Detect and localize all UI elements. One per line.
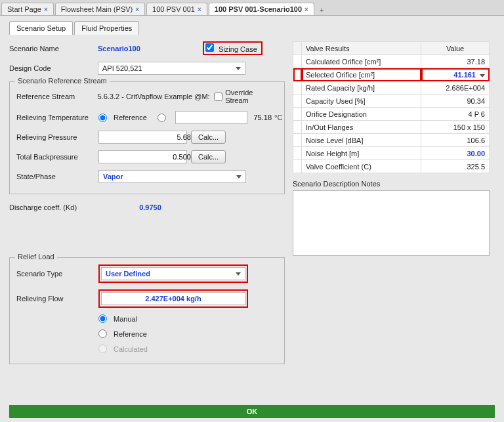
notes-textarea[interactable] bbox=[293, 190, 490, 256]
ok-status-bar[interactable]: OK bbox=[9, 405, 495, 418]
table-row[interactable]: Orifice Designation4 P 6 bbox=[293, 108, 490, 121]
result-value: 37.18 bbox=[421, 55, 490, 68]
close-icon[interactable]: × bbox=[135, 6, 139, 13]
result-value: 90.34 bbox=[421, 95, 490, 108]
doc-tab-scenario100[interactable]: 100 PSV 001-Scenario100 × bbox=[209, 3, 314, 15]
relief-load-group: Relief Load Scenario Type User Defined R… bbox=[9, 257, 285, 364]
doc-tab-label: 100 PSV 001 bbox=[152, 5, 195, 13]
sub-tab-bar: Scenario Setup Fluid Properties bbox=[9, 21, 504, 35]
sizing-case-label: Sizing Case bbox=[219, 45, 257, 53]
state-phase-dropdown[interactable]: Vapor bbox=[98, 170, 246, 183]
design-code-dropdown[interactable]: API 520,521 bbox=[98, 62, 245, 75]
add-tab-button[interactable]: + bbox=[316, 5, 327, 15]
result-value: 4 P 6 bbox=[421, 108, 490, 121]
scenario-type-value: User Defined bbox=[106, 270, 150, 278]
reference-stream-value[interactable]: 5.6.3.2 - CritVapflow Example @M: bbox=[97, 93, 214, 100]
chevron-down-icon bbox=[236, 272, 241, 276]
calculated-radio-label: Calculated bbox=[114, 345, 148, 353]
flow-mode-manual-radio[interactable] bbox=[98, 314, 107, 323]
label-reference-stream: Reference Stream bbox=[16, 93, 97, 100]
doc-tab-label: Start Page bbox=[7, 5, 41, 13]
result-name: Noise Height [m] bbox=[302, 147, 421, 160]
tab-fluid-properties[interactable]: Fluid Properties bbox=[74, 21, 139, 35]
table-row[interactable]: In/Out Flanges150 x 150 bbox=[293, 121, 490, 134]
label-relieving-pressure: Relieving Pressure bbox=[16, 133, 98, 141]
flow-mode-calculated-radio bbox=[98, 345, 107, 353]
result-name: Rated Capacity [kg/h] bbox=[302, 81, 421, 95]
doc-tab-flowsheet[interactable]: Flowsheet Main (PSV) × bbox=[55, 3, 145, 15]
calc-backpressure-button[interactable]: Calc... bbox=[191, 150, 226, 163]
label-relieving-temp: Relieving Temperature bbox=[16, 114, 98, 121]
scenario-type-dropdown[interactable]: User Defined bbox=[101, 267, 245, 280]
chevron-down-icon bbox=[480, 74, 485, 77]
sizing-case-checkbox[interactable] bbox=[205, 43, 214, 52]
table-row[interactable]: Selected Orifice [cm²]41.161 bbox=[293, 68, 490, 81]
result-name: Valve Coefficient (C) bbox=[302, 160, 421, 173]
results-header-name: Valve Results bbox=[302, 42, 421, 55]
label-scenario-type: Scenario Type bbox=[16, 270, 98, 278]
label-design-code: Design Code bbox=[9, 64, 98, 72]
result-value: 30.00 bbox=[421, 147, 490, 160]
label-total-backpressure: Total Backpressure bbox=[16, 153, 98, 161]
relieving-flow-value: 2.427E+004 kg/h bbox=[106, 295, 241, 303]
result-value: 2.686E+004 bbox=[421, 81, 490, 95]
design-code-value: API 520,521 bbox=[102, 64, 142, 72]
reference-stream-group: Scenario Reference Stream Reference Stre… bbox=[9, 81, 285, 194]
relieving-pressure-field[interactable]: barG bbox=[98, 131, 187, 144]
sizing-case-highlight: Sizing Case bbox=[203, 41, 262, 55]
valve-results-table: Valve Results Value Calculated Orifice [… bbox=[293, 41, 490, 173]
doc-tab-label: 100 PSV 001-Scenario100 bbox=[215, 5, 302, 13]
table-row[interactable]: Noise Level [dBA]106.6 bbox=[293, 134, 490, 147]
calc-relieving-pressure-button[interactable]: Calc... bbox=[191, 131, 226, 144]
group-legend: Scenario Reference Stream bbox=[15, 77, 110, 85]
doc-tab-psv001[interactable]: 100 PSV 001 × bbox=[146, 3, 207, 15]
result-value: 106.6 bbox=[421, 134, 490, 147]
total-backpressure-input[interactable] bbox=[103, 152, 198, 161]
result-name: In/Out Flanges bbox=[302, 121, 421, 134]
result-name: Orifice Designation bbox=[302, 108, 421, 121]
table-row[interactable]: Valve Coefficient (C)325.5 bbox=[293, 160, 490, 173]
doc-tab-label: Flowsheet Main (PSV) bbox=[61, 5, 133, 13]
result-value: 150 x 150 bbox=[421, 121, 490, 134]
table-row[interactable]: Rated Capacity [kg/h]2.686E+004 bbox=[293, 81, 490, 95]
tab-scenario-setup[interactable]: Scenario Setup bbox=[9, 21, 73, 35]
label-scenario-name: Scenario Name bbox=[9, 45, 98, 53]
table-row[interactable]: Noise Height [m]30.00 bbox=[293, 147, 490, 160]
result-name: Capacity Used [%] bbox=[302, 95, 421, 108]
relieving-temp-custom-radio[interactable] bbox=[158, 114, 166, 122]
table-row[interactable]: Capacity Used [%]90.34 bbox=[293, 95, 490, 108]
label-relieving-flow: Relieving Flow bbox=[16, 295, 98, 303]
unit-celsius: °C bbox=[274, 114, 282, 121]
doc-tab-start-page[interactable]: Start Page × bbox=[1, 3, 54, 15]
relieving-temp-reference-radio[interactable] bbox=[98, 114, 107, 122]
flow-mode-reference-radio[interactable] bbox=[98, 329, 107, 338]
close-icon[interactable]: × bbox=[304, 6, 308, 13]
relieving-flow-field[interactable]: 2.427E+004 kg/h bbox=[101, 292, 245, 305]
notes-label: Scenario Description Notes bbox=[293, 180, 490, 188]
document-tab-bar: Start Page × Flowsheet Main (PSV) × 100 … bbox=[0, 0, 504, 16]
label-discharge-coeff: Discharge coeff. (Kd) bbox=[9, 203, 98, 211]
relieving-pressure-input[interactable] bbox=[103, 133, 198, 142]
result-name: Noise Level [dBA] bbox=[302, 134, 421, 147]
chevron-down-icon bbox=[236, 67, 241, 70]
label-state-phase: State/Phase bbox=[16, 173, 98, 180]
table-row[interactable]: Calculated Orifice [cm²]37.18 bbox=[293, 55, 490, 68]
reference-radio-label: Reference bbox=[114, 330, 147, 338]
scenario-name-value[interactable]: Scenario100 bbox=[98, 45, 203, 53]
result-name: Selected Orifice [cm²] bbox=[302, 68, 421, 81]
close-icon[interactable]: × bbox=[44, 6, 48, 13]
state-phase-value: Vapor bbox=[103, 173, 123, 180]
manual-radio-label: Manual bbox=[114, 315, 137, 323]
result-value: 325.5 bbox=[421, 160, 490, 173]
result-value[interactable]: 41.161 bbox=[421, 68, 490, 81]
override-stream-checkbox[interactable] bbox=[214, 93, 222, 101]
relieving-temp-input[interactable] bbox=[180, 113, 274, 122]
total-backpressure-field[interactable]: barG bbox=[98, 150, 187, 163]
chevron-down-icon bbox=[236, 175, 242, 179]
relieving-temp-field[interactable]: °C bbox=[175, 111, 247, 124]
reference-radio-label: Reference bbox=[114, 114, 147, 121]
group-legend: Relief Load bbox=[15, 253, 57, 261]
result-name: Calculated Orifice [cm²] bbox=[302, 55, 421, 68]
close-icon[interactable]: × bbox=[198, 6, 201, 13]
discharge-coeff-value[interactable]: 0.9750 bbox=[98, 203, 203, 211]
